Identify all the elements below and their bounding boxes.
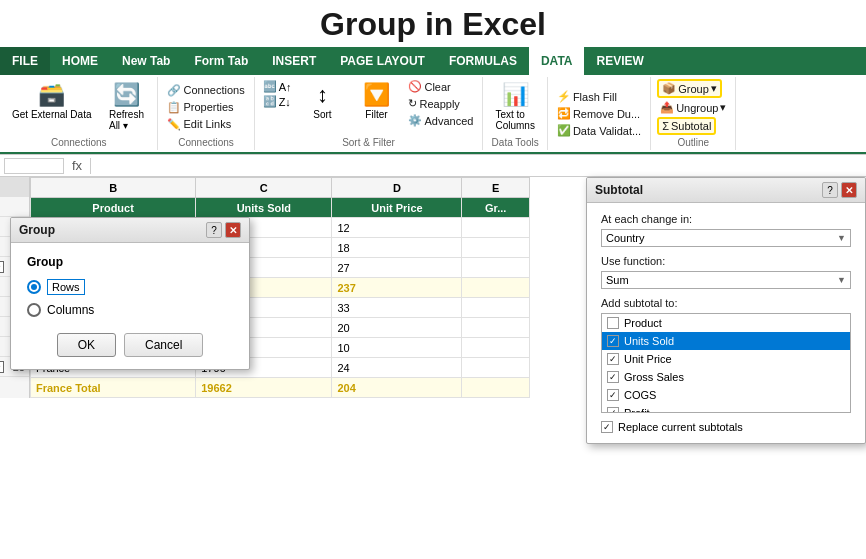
cell-gross[interactable] bbox=[462, 218, 530, 238]
group-dialog-close-button[interactable]: ✕ bbox=[225, 222, 241, 238]
cell-france-gross[interactable] bbox=[462, 378, 530, 398]
tab-newtab[interactable]: New Tab bbox=[110, 47, 182, 75]
rows-radio-inner bbox=[31, 284, 37, 290]
connections-button[interactable]: 🔗 Connections bbox=[164, 83, 247, 98]
list-item-units-sold[interactable]: ✓ Units Sold bbox=[602, 332, 850, 350]
edit-links-button[interactable]: ✏️ Edit Links bbox=[164, 117, 234, 132]
rows-radio-button[interactable] bbox=[27, 280, 41, 294]
cell-france-units[interactable]: 19662 bbox=[196, 378, 332, 398]
sort-za-icon: 🔡 bbox=[263, 95, 277, 108]
country-dropdown-arrow: ▼ bbox=[837, 233, 846, 243]
unit-price-checkbox[interactable]: ✓ bbox=[607, 353, 619, 365]
refresh-label: RefreshAll ▾ bbox=[109, 109, 144, 131]
textcol-content: 📊 Text toColumns bbox=[489, 79, 540, 135]
formula-input[interactable] bbox=[95, 160, 862, 172]
cell-price[interactable]: 20 bbox=[332, 318, 462, 338]
ribbon-group-external: 🗃️ Get External Data 🔄 RefreshAll ▾ Conn… bbox=[0, 77, 158, 150]
fx-label: fx bbox=[68, 158, 86, 173]
external-data-content: 🗃️ Get External Data 🔄 RefreshAll ▾ bbox=[6, 79, 151, 135]
cell-gross[interactable] bbox=[462, 318, 530, 338]
data-validation-button[interactable]: ✅ Data Validat... bbox=[554, 123, 644, 138]
advanced-button[interactable]: ⚙️ Advanced bbox=[405, 113, 476, 128]
ungroup-icon: 📤 bbox=[660, 101, 674, 114]
minus-btn-14[interactable]: − bbox=[0, 261, 4, 273]
tab-formulas[interactable]: FORMULAS bbox=[437, 47, 529, 75]
gross-sales-checkbox[interactable]: ✓ bbox=[607, 371, 619, 383]
ribbon-group-sortfilter: 🔤 A↑ 🔡 Z↓ ↕️ Sort 🔽 Filter bbox=[255, 77, 484, 150]
refresh-all-button[interactable]: 🔄 RefreshAll ▾ bbox=[101, 79, 151, 134]
properties-icon: 📋 bbox=[167, 101, 181, 114]
cell-canada-price[interactable]: 237 bbox=[332, 278, 462, 298]
at-each-change-select[interactable]: Country ▼ bbox=[601, 229, 851, 247]
tab-file[interactable]: FILE bbox=[0, 47, 50, 75]
remove-duplicates-button[interactable]: 🔁 Remove Du... bbox=[554, 106, 643, 121]
sort-za-button[interactable]: 🔡 Z↓ bbox=[261, 94, 294, 109]
group-button[interactable]: 📦 Group ▾ bbox=[657, 79, 722, 98]
cell-price[interactable]: 10 bbox=[332, 338, 462, 358]
tab-pagelayout[interactable]: PAGE LAYOUT bbox=[328, 47, 437, 75]
columns-radio-button[interactable] bbox=[27, 303, 41, 317]
use-function-select[interactable]: Sum ▼ bbox=[601, 271, 851, 289]
list-item-cogs[interactable]: ✓ COGS bbox=[602, 386, 850, 404]
col-header-b: B bbox=[31, 178, 196, 198]
filter-button[interactable]: 🔽 Filter bbox=[351, 79, 401, 123]
reapply-button[interactable]: ↻ Reapply bbox=[405, 96, 476, 111]
list-item-profit[interactable]: ✓ Profit bbox=[602, 404, 850, 413]
cell-price[interactable]: 18 bbox=[332, 238, 462, 258]
cell-france-price[interactable]: 204 bbox=[332, 378, 462, 398]
sort-button[interactable]: ↕️ Sort bbox=[297, 79, 347, 123]
subtotal-dialog-close-button[interactable]: ✕ bbox=[841, 182, 857, 198]
cell-price[interactable]: 27 bbox=[332, 258, 462, 278]
cell-gross[interactable] bbox=[462, 298, 530, 318]
clear-button[interactable]: 🚫 Clear bbox=[405, 79, 476, 94]
cogs-checkbox[interactable]: ✓ bbox=[607, 389, 619, 401]
group-icon: 📦 bbox=[662, 82, 676, 95]
subtotal-button[interactable]: Σ Subtotal bbox=[657, 117, 716, 135]
tab-review[interactable]: REVIEW bbox=[584, 47, 655, 75]
data-valid-icon: ✅ bbox=[557, 124, 571, 137]
cell-gross[interactable] bbox=[462, 238, 530, 258]
country-value: Country bbox=[606, 232, 645, 244]
filter-options-col: 🚫 Clear ↻ Reapply ⚙️ Advanced bbox=[405, 79, 476, 128]
group-dialog-body: Group Rows Columns OK Cancel bbox=[11, 243, 249, 369]
list-item-product[interactable]: Product bbox=[602, 314, 850, 332]
group-ok-button[interactable]: OK bbox=[57, 333, 116, 357]
tab-home[interactable]: HOME bbox=[50, 47, 110, 75]
replace-checkbox[interactable]: ✓ bbox=[601, 421, 613, 433]
sort-az-button[interactable]: 🔤 A↑ bbox=[261, 79, 294, 94]
group-dropdown-arrow: ▾ bbox=[711, 82, 717, 95]
col-header-d: D bbox=[332, 178, 462, 198]
col-header-e: E bbox=[462, 178, 530, 198]
group-dialog-controls: ? ✕ bbox=[206, 222, 241, 238]
get-external-data-button[interactable]: 🗃️ Get External Data bbox=[6, 79, 97, 123]
cell-gross[interactable] bbox=[462, 258, 530, 278]
cell-canada-gross[interactable] bbox=[462, 278, 530, 298]
cell-gross[interactable] bbox=[462, 358, 530, 378]
text-to-columns-button[interactable]: 📊 Text toColumns bbox=[489, 79, 540, 134]
tab-insert[interactable]: INSERT bbox=[260, 47, 328, 75]
profit-checkbox[interactable]: ✓ bbox=[607, 407, 619, 413]
units-sold-checkbox[interactable]: ✓ bbox=[607, 335, 619, 347]
cell-price[interactable]: 24 bbox=[332, 358, 462, 378]
flash-fill-button[interactable]: ⚡ Flash Fill bbox=[554, 89, 620, 104]
list-item-unit-price[interactable]: ✓ Unit Price bbox=[602, 350, 850, 368]
header-product: Product bbox=[31, 198, 196, 218]
properties-button[interactable]: 📋 Properties bbox=[164, 100, 236, 115]
subtotal-dialog-help-button[interactable]: ? bbox=[822, 182, 838, 198]
cell-price[interactable]: 12 bbox=[332, 218, 462, 238]
outline-content: 📦 Group ▾ 📤 Ungroup ▾ Σ Subtotal bbox=[657, 79, 729, 135]
list-item-gross-sales[interactable]: ✓ Gross Sales bbox=[602, 368, 850, 386]
group-dialog-titlebar: Group ? ✕ bbox=[11, 218, 249, 243]
name-box[interactable] bbox=[4, 158, 64, 174]
ungroup-button[interactable]: 📤 Ungroup ▾ bbox=[657, 100, 729, 115]
minus-btn-23[interactable]: − bbox=[0, 361, 4, 373]
tab-formtab[interactable]: Form Tab bbox=[182, 47, 260, 75]
cell-price[interactable]: 33 bbox=[332, 298, 462, 318]
cell-france-total[interactable]: France Total bbox=[31, 378, 196, 398]
tab-data[interactable]: DATA bbox=[529, 47, 585, 75]
cell-gross[interactable] bbox=[462, 338, 530, 358]
group-cancel-button[interactable]: Cancel bbox=[124, 333, 203, 357]
data-tools-label: Data Tools bbox=[492, 137, 539, 148]
product-checkbox[interactable] bbox=[607, 317, 619, 329]
group-dialog-help-button[interactable]: ? bbox=[206, 222, 222, 238]
